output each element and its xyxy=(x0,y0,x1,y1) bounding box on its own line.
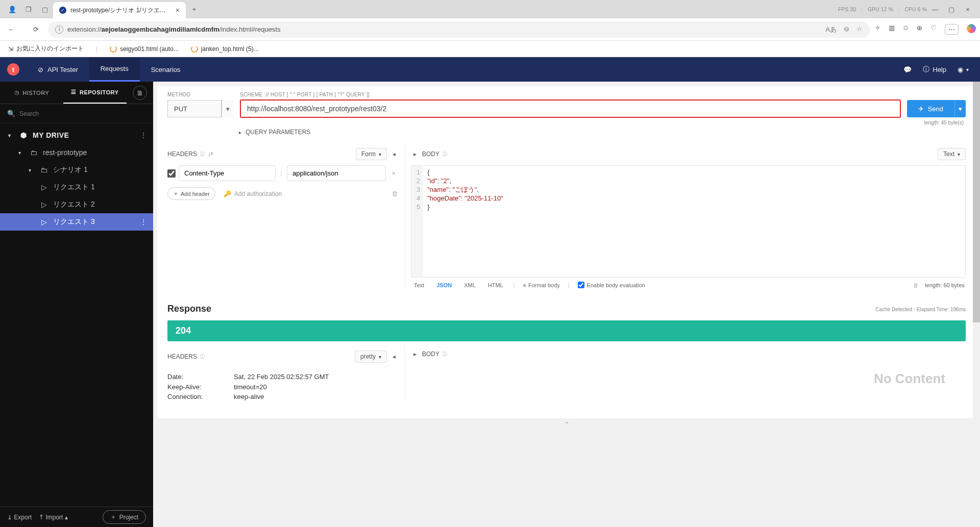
bookmark-item-1[interactable]: seigyo01.html (auto... xyxy=(110,45,179,53)
sidebar-request-1[interactable]: ▷ リクエスト 1 xyxy=(0,179,153,196)
extensions-icon[interactable]: ✧ xyxy=(875,24,880,35)
collapse-right-icon[interactable]: ▸ xyxy=(411,350,419,358)
body-mode-xml[interactable]: XML xyxy=(462,282,478,288)
resp-headers-view-dropdown[interactable]: pretty ▾ xyxy=(355,350,387,363)
request-headers-panel: HEADERS ⓘ ↓² Form ▾ ◂ : × xyxy=(167,143,405,288)
send-dropdown-caret[interactable]: ▾ xyxy=(954,100,966,117)
body-view-dropdown[interactable]: Text ▾ xyxy=(938,148,966,160)
window-minimize-icon[interactable]: — xyxy=(930,4,940,14)
favorite-icon[interactable]: ☆ xyxy=(856,25,863,34)
sidebar-tab-repository[interactable]: ☰REPOSITORY xyxy=(63,82,127,104)
sidebar-my-drive[interactable]: ▾ ⬢ MY DRIVE ⋮ xyxy=(0,127,153,144)
info-icon[interactable]: ⓘ xyxy=(443,151,447,158)
body-length-info: length: 60 bytes xyxy=(925,282,965,288)
chat-icon[interactable]: 💬 xyxy=(903,66,912,73)
query-params-toggle[interactable]: ▸ QUERY PARAMETERS xyxy=(167,126,966,139)
info-icon[interactable]: ⓘ xyxy=(443,351,447,358)
profile-icon[interactable]: 👤 xyxy=(7,4,17,14)
window-maximize-icon[interactable]: ▢ xyxy=(946,4,957,14)
export-button[interactable]: ⤓ Export xyxy=(7,514,32,521)
response-headers-list: Date:Sat, 22 Feb 2025 02:52:57 GMT Keep-… xyxy=(167,372,398,402)
sidebar-scenario[interactable]: ▾ 🗀 シナリオ 1 xyxy=(0,161,153,179)
browser-tab[interactable]: ✓ rest-prototype/シナリオ 1/リクエスト × xyxy=(53,2,186,18)
sidebar-search[interactable]: 🔍 xyxy=(0,104,153,123)
delete-header-icon[interactable]: × xyxy=(389,169,398,177)
resp-body-label: BODY xyxy=(422,350,439,358)
method-select[interactable]: PUT xyxy=(167,100,222,117)
header-value-input[interactable] xyxy=(287,165,386,181)
body-mode-html[interactable]: HTML xyxy=(486,282,505,288)
request-url-input[interactable] xyxy=(241,101,900,117)
body-mode-json[interactable]: JSON xyxy=(434,282,454,288)
new-tab-icon[interactable]: ＋ xyxy=(189,4,199,14)
collapse-left-icon[interactable]: ◂ xyxy=(390,150,398,158)
import-button[interactable]: ⤒ Import ▴ xyxy=(39,514,68,521)
chevron-down-icon: ▾ xyxy=(958,152,960,157)
tab-overview-icon[interactable]: ▢ xyxy=(40,4,50,14)
health-icon[interactable]: ♡ xyxy=(930,24,937,35)
collections-icon[interactable]: ⊕ xyxy=(917,24,922,35)
request-line: METHOD SCHEME :// HOST [ ":" PORT ] [ PA… xyxy=(158,87,975,141)
collapse-right-icon[interactable]: ▸ xyxy=(411,150,419,158)
bookmark-item-2[interactable]: janken_top.html (5)... xyxy=(191,45,259,53)
project-button[interactable]: ＋ Project xyxy=(103,510,146,524)
format-body-button[interactable]: ≡Format body xyxy=(523,282,560,288)
help-link[interactable]: ⓘHelp xyxy=(923,65,946,74)
account-menu[interactable]: ◉▾ xyxy=(958,66,969,73)
nav-scenarios[interactable]: Scenarios xyxy=(140,57,192,82)
body-editor[interactable]: 12345 { "id": "2", "name": "ごぼう", "hogeD… xyxy=(411,165,966,278)
sort-icon[interactable]: ↓² xyxy=(208,150,213,158)
settings-more-icon[interactable]: ⋯ xyxy=(945,24,959,35)
trash-icon[interactable]: 🗑 xyxy=(391,190,398,197)
collapse-left-icon[interactable]: ◂ xyxy=(390,353,398,360)
bookmarks-bar: ⇲ お気に入りのインポート | seigyo01.html (auto... j… xyxy=(0,41,980,57)
info-icon[interactable]: ⓘ xyxy=(200,354,205,360)
url-field[interactable]: i extension://aejoelaoggembcahagimdiliam… xyxy=(48,21,870,38)
workspaces-icon[interactable]: ❐ xyxy=(23,4,34,14)
zoom-icon[interactable]: ⊖ xyxy=(844,25,849,34)
perf-overlay: FPS 30 | GPU 12 % | CPU 6 % xyxy=(838,7,927,12)
headers-view-dropdown[interactable]: Form ▾ xyxy=(356,148,387,160)
window-close-icon[interactable]: × xyxy=(963,4,973,14)
vertical-scrollbar[interactable] xyxy=(973,82,980,520)
copilot-icon[interactable] xyxy=(967,24,976,33)
enable-eval-checkbox[interactable]: Enable body evaluation xyxy=(578,282,645,288)
loading-icon xyxy=(110,45,117,53)
page-expand-caret[interactable]: ⌄ xyxy=(157,418,976,425)
nav-api-tester[interactable]: ⊘ API Tester xyxy=(27,57,89,82)
import-favorites[interactable]: ⇲ お気に入りのインポート xyxy=(8,44,84,53)
row-menu-icon[interactable]: ⋮ xyxy=(140,218,147,226)
nav-refresh-icon[interactable]: ⟳ xyxy=(29,22,43,37)
app-logo[interactable]: t xyxy=(0,63,27,76)
favorites-list-icon[interactable]: ✩ xyxy=(903,24,909,35)
request-icon: ▷ xyxy=(40,183,48,191)
trash-icon[interactable]: 🗑 xyxy=(913,282,919,288)
collections-split-icon[interactable]: ▥ xyxy=(889,24,895,35)
info-icon[interactable]: ⓘ xyxy=(200,151,205,158)
nav-requests[interactable]: Requests xyxy=(89,57,140,82)
body-code[interactable]: { "id": "2", "name": "ごぼう", "hogeDate": … xyxy=(423,166,507,277)
sidebar-request-3[interactable]: ▷ リクエスト 3 ⋮ xyxy=(0,213,153,231)
add-authorization-link[interactable]: 🔑Add authorization xyxy=(224,190,282,197)
header-enabled-checkbox[interactable] xyxy=(167,169,176,178)
tab-close-icon[interactable]: × xyxy=(176,6,180,14)
translate-icon[interactable]: Aあ xyxy=(825,25,837,34)
sidebar-project[interactable]: ▾ 🗀 rest-prototype xyxy=(0,144,153,161)
method-dropdown-caret[interactable]: ▾ xyxy=(222,100,234,117)
site-info-icon[interactable]: i xyxy=(55,26,63,34)
header-name-input[interactable] xyxy=(179,165,276,181)
add-header-button[interactable]: ＋ Add header xyxy=(167,187,215,200)
response-headers-panel: HEADERS ⓘ pretty ▾ ◂ Date:Sat, 22 Feb 20… xyxy=(167,345,405,402)
sidebar-tab-history[interactable]: ◷HISTORY xyxy=(0,82,63,104)
response-meta: Cache Detected - Elapsed Time: 196ms xyxy=(875,307,966,312)
send-button[interactable]: ✈Send xyxy=(907,100,954,117)
url-input-highlight xyxy=(240,99,901,118)
sidebar-search-input[interactable] xyxy=(19,110,146,117)
chevron-down-icon: ▾ xyxy=(29,167,35,173)
row-menu-icon[interactable]: ⋮ xyxy=(140,131,148,139)
response-section: Response Cache Detected - Elapsed Time: … xyxy=(158,296,975,417)
sidebar-request-2[interactable]: ▷ リクエスト 2 xyxy=(0,196,153,213)
body-mode-text[interactable]: Text xyxy=(412,282,426,288)
sidebar-add-button[interactable]: 🗎 xyxy=(133,86,147,100)
nav-back-icon[interactable]: ← xyxy=(4,22,18,37)
